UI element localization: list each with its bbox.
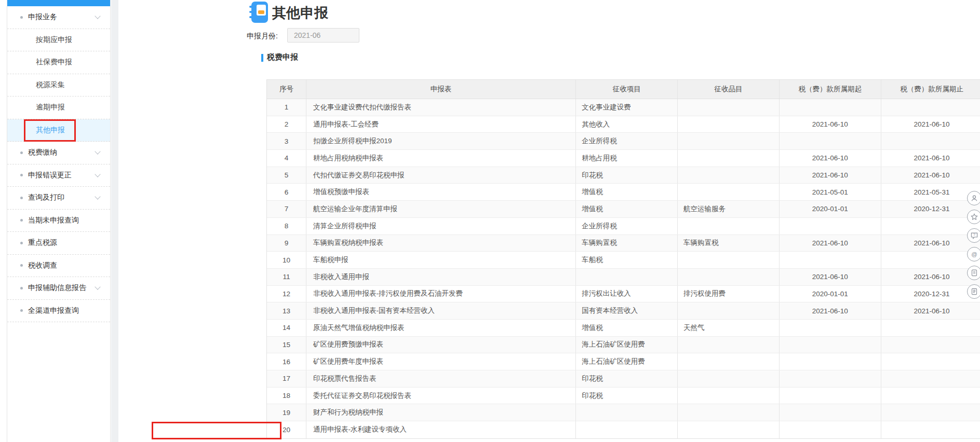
bullet-icon: [20, 219, 23, 222]
sidebar-item-label: 税收调查: [28, 261, 57, 270]
list-icon[interactable]: [967, 284, 980, 299]
cell-end: [881, 370, 980, 387]
cell-project: 车辆购置税: [576, 235, 678, 252]
star-icon[interactable]: [967, 210, 980, 224]
cell-project: 车船税: [576, 252, 678, 268]
sidebar-item-label: 按期应申报: [36, 35, 72, 45]
cell-no: 20: [267, 421, 306, 438]
cell-end: [881, 388, 980, 404]
document-icon[interactable]: [967, 266, 980, 280]
sidebar-item-label: 税费缴纳: [28, 148, 57, 157]
cell-end: 2021-06-10: [881, 167, 980, 184]
tax-declaration-table: 序号申报表征收项目征收品目税（费）款所属期起税（费）款所属期止操作 1文化事业建…: [266, 79, 980, 439]
cell-project: 印花税: [576, 388, 678, 404]
cell-item: [678, 337, 780, 353]
table-row-18: 18委托代征证券交易印花税报告表印花税填写申报表: [267, 388, 980, 405]
cell-start: 2021-06-10: [780, 150, 881, 167]
cell-item: 车辆购置税: [678, 235, 780, 252]
cell-start: [780, 404, 881, 421]
cell-form: 扣缴企业所得税申报2019: [306, 133, 576, 149]
cell-no: 18: [267, 388, 306, 404]
sidebar-item-14[interactable]: 全渠道申报查询: [7, 300, 110, 323]
table-row-3: 3扣缴企业所得税申报2019企业所得税填写申报表: [267, 133, 980, 150]
sidebar-item-label: 社保费申报: [36, 58, 72, 67]
cell-end: [881, 252, 980, 268]
sidebar-item-7[interactable]: 税费缴纳: [7, 142, 110, 164]
cell-no: 10: [267, 252, 306, 268]
sidebar-item-13[interactable]: 申报辅助信息报告: [7, 277, 110, 300]
cell-project: 文化事业建设费: [576, 99, 678, 116]
column-header-2: 征收项目: [576, 80, 678, 99]
cell-no: 13: [267, 302, 306, 319]
cell-form: 清算企业所得税申报: [306, 218, 576, 234]
sidebar-item-4[interactable]: 税源采集: [7, 74, 110, 97]
sidebar-item-9[interactable]: 查询及打印: [7, 187, 110, 210]
table-row-4: 4耕地占用税纳税申报表耕地占用税2021-06-102021-06-10填写申报…: [267, 150, 980, 167]
cell-project: [576, 404, 678, 421]
cell-form: 车船税申报: [306, 252, 576, 268]
cell-end: 2021-06-10: [881, 302, 980, 319]
declare-month-input[interactable]: [287, 28, 359, 43]
cell-no: 4: [267, 150, 306, 167]
table-row-16: 16矿区使用费年度申报表海上石油矿区使用费填写申报表: [267, 353, 980, 370]
cell-form: 文化事业建设费代扣代缴报告表: [306, 99, 576, 116]
cell-item: 排污权使用费: [678, 286, 780, 302]
table-row-7: 7航空运输企业年度清算申报增值税航空运输服务2020-01-012020-12-…: [267, 201, 980, 218]
sidebar-item-1[interactable]: 申报业务: [7, 6, 110, 29]
cell-item: [678, 252, 780, 268]
cell-start: [780, 353, 881, 370]
cell-start: 2021-06-10: [780, 269, 881, 285]
cell-item: [678, 370, 780, 387]
cell-form: 增值税预缴申报表: [306, 184, 576, 200]
question-icon[interactable]: ?: [967, 228, 980, 243]
sidebar-item-10[interactable]: 当期未申报查询: [7, 210, 110, 232]
cell-no: 5: [267, 167, 306, 184]
bullet-icon: [20, 16, 23, 19]
sidebar-item-label: 申报业务: [28, 12, 57, 22]
sidebar-item-6[interactable]: 其他申报: [7, 119, 110, 142]
cell-project: [576, 269, 678, 285]
cell-end: 2021-06-10: [881, 116, 980, 133]
cell-start: [780, 337, 881, 353]
cell-no: 2: [267, 116, 306, 133]
cell-form: 代扣代缴证券交易印花税申报: [306, 167, 576, 184]
sidebar-item-2[interactable]: 按期应申报: [7, 29, 110, 52]
table-row-12: 12非税收入通用申报表-排污权使用费及石油开发费排污权出让收入排污权使用费202…: [267, 286, 980, 303]
sidebar-item-12[interactable]: 税收调查: [7, 255, 110, 278]
column-header-3: 征收品目: [678, 80, 780, 99]
sidebar-item-11[interactable]: 重点税源: [7, 232, 110, 255]
cell-item: [678, 99, 780, 116]
chevron-down-icon: [95, 194, 100, 200]
user-icon[interactable]: [967, 191, 980, 205]
cell-start: 2020-01-01: [780, 286, 881, 302]
cell-project: 国有资本经营收入: [576, 302, 678, 319]
sidebar-item-label: 查询及打印: [28, 193, 64, 202]
sidebar-item-8[interactable]: 申报错误更正: [7, 164, 110, 187]
cell-end: [881, 218, 980, 234]
cell-no: 1: [267, 99, 306, 116]
sidebar-active-topbar: [7, 0, 110, 6]
section-accent-bar: [261, 54, 263, 62]
column-header-1: 申报表: [306, 80, 576, 99]
cell-start: [780, 388, 881, 404]
declare-month-label: 申报月份:: [247, 32, 278, 41]
cell-no: 16: [267, 353, 306, 370]
table-row-2: 2通用申报表-工会经费其他收入2021-06-102021-06-10填写申报表: [267, 116, 980, 133]
cell-project: 排污权出让收入: [576, 286, 678, 302]
sidebar-item-5[interactable]: 逾期申报: [7, 96, 110, 119]
at-icon[interactable]: @: [967, 247, 980, 261]
table-row-8: 8清算企业所得税申报企业所得税填写申报表: [267, 218, 980, 235]
cell-form: 耕地占用税纳税申报表: [306, 150, 576, 167]
sidebar-item-3[interactable]: 社保费申报: [7, 51, 110, 74]
cell-item: [678, 133, 780, 149]
cell-end: 2021-06-10: [881, 269, 980, 285]
cell-form: 航空运输企业年度清算申报: [306, 201, 576, 217]
cell-no: 6: [267, 184, 306, 200]
cell-project: 印花税: [576, 370, 678, 387]
bullet-icon: [20, 197, 23, 199]
cell-form: 原油天然气增值税纳税申报表: [306, 320, 576, 336]
bullet-icon: [20, 309, 23, 312]
column-header-0: 序号: [267, 80, 306, 99]
cell-item: [678, 269, 780, 285]
cell-no: 7: [267, 201, 306, 217]
